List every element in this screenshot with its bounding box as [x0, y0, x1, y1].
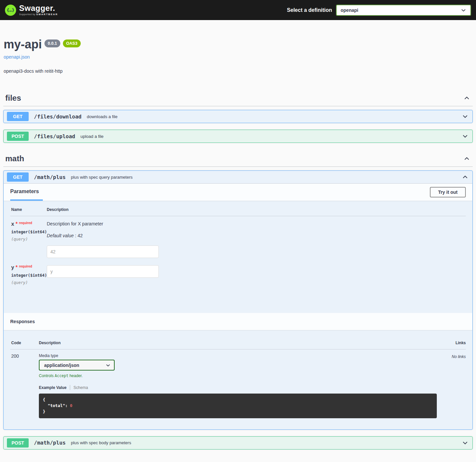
chevron-down-icon — [461, 7, 466, 13]
topbar: {…} Swagger. Supported by SMARTBEAR Sele… — [0, 0, 476, 20]
version-badge: 0.0.1 — [44, 39, 60, 47]
parameters-header-band: Parameters Try it out — [4, 184, 472, 201]
tab-example-value[interactable]: Example Value — [39, 385, 67, 390]
accept-header-message: Controls Accept header. — [39, 373, 437, 378]
json-key: "total": — [48, 403, 68, 408]
op-path: /files/upload — [32, 133, 77, 140]
page-title: my-api — [4, 37, 42, 51]
param-y-input[interactable] — [47, 265, 159, 278]
accept-msg-text: Controls — [39, 373, 55, 378]
json-line: "total":0 — [43, 403, 433, 409]
default-value: : 42 — [75, 233, 83, 238]
expand-operation-button[interactable] — [461, 439, 469, 447]
responses-heading: Responses — [10, 319, 35, 324]
brand-supported-by: Supported by SMARTBEAR — [19, 13, 58, 16]
collapse-section-button[interactable] — [463, 155, 471, 163]
param-row-x: x *required integer($int64) (query) Desc… — [10, 216, 466, 260]
op-summary-post-files-upload[interactable]: POST /files/upload upload a file — [4, 130, 472, 142]
param-type: integer($int64) — [11, 273, 47, 278]
chevron-down-icon — [105, 363, 111, 368]
response-code: 200 — [11, 353, 39, 418]
op-path: /math/plus — [32, 174, 68, 180]
chevron-up-icon — [463, 95, 470, 101]
media-type-select[interactable]: application/json — [39, 360, 115, 371]
opblock-post-math-plus: POST /math/plus plus with spec body para… — [3, 436, 473, 449]
example-json-block: { "total":0 } — [39, 394, 437, 418]
expand-operation-button[interactable] — [461, 132, 469, 140]
title-badges: 0.0.1 OAS3 — [44, 39, 81, 47]
op-summary-text: upload a file — [80, 134, 458, 139]
param-name: x *required — [11, 221, 47, 227]
json-line: } — [43, 409, 433, 415]
op-summary-get-files-download[interactable]: GET /files/download downloads a file — [4, 110, 472, 123]
tab-schema[interactable]: Schema — [73, 385, 88, 390]
main-content: my-api 0.0.1 OAS3 openapi.json openapi3-… — [0, 37, 476, 449]
accept-msg-code: Accept — [55, 373, 69, 378]
tag-section-math[interactable]: math — [3, 152, 473, 167]
required-asterisk: * — [15, 221, 17, 227]
spec-url-link[interactable]: openapi.json — [4, 54, 30, 60]
swagger-brand[interactable]: {…} Swagger. Supported by SMARTBEAR — [5, 4, 58, 16]
links-column-header: Links — [437, 341, 466, 345]
swagger-logo-icon: {…} — [5, 5, 16, 16]
name-column-header: Name — [11, 207, 47, 212]
description-column-header: Description — [39, 341, 437, 345]
tag-section-files[interactable]: files — [3, 91, 473, 106]
param-description-cell — [47, 265, 466, 285]
collapse-operation-button[interactable] — [461, 173, 469, 181]
response-links: No links — [437, 353, 466, 418]
media-type-value: application/json — [44, 363, 79, 368]
json-line: { — [43, 397, 433, 403]
param-name: y *required — [11, 265, 47, 270]
select-definition-label: Select a definition — [287, 7, 332, 13]
param-default-line: Default value : 42 — [47, 233, 466, 238]
chevron-up-icon — [462, 174, 468, 180]
parameters-table-header: Name Description — [10, 207, 466, 216]
op-summary-post-math-plus[interactable]: POST /math/plus plus with spec body para… — [4, 437, 472, 449]
method-badge: POST — [7, 132, 29, 141]
definition-select[interactable]: openapi — [336, 5, 471, 16]
op-summary-get-math-plus[interactable]: GET /math/plus plus with spec query para… — [4, 171, 472, 184]
brand-text: Swagger. Supported by SMARTBEAR — [19, 4, 58, 16]
media-type-label: Media type — [39, 353, 437, 358]
chevron-down-icon — [462, 133, 468, 140]
topbar-right: Select a definition openapi — [287, 5, 471, 16]
api-info: my-api 0.0.1 OAS3 openapi.json openapi3-… — [3, 37, 473, 74]
json-value: 0 — [70, 403, 72, 408]
parameters-body: Name Description x *required integer($in… — [4, 201, 472, 313]
param-type: integer($int64) — [11, 230, 47, 234]
param-name-text: y — [11, 265, 14, 270]
required-label: required — [19, 221, 32, 225]
oas3-badge: OAS3 — [63, 39, 81, 47]
chevron-down-icon — [462, 440, 468, 446]
method-badge: GET — [7, 112, 29, 121]
method-badge: POST — [7, 438, 29, 448]
response-description-cell: Media type application/json Controls Acc… — [39, 353, 437, 418]
smartbear-label: SMARTBEAR — [36, 13, 58, 16]
param-x-input[interactable] — [47, 245, 159, 258]
required-asterisk: * — [15, 265, 17, 270]
param-description: Description for X parameter — [47, 221, 466, 226]
param-location: (query) — [11, 280, 47, 285]
op-summary-text: plus with spec body parameters — [71, 440, 458, 445]
try-it-out-button[interactable]: Try it out — [430, 187, 466, 197]
accept-msg-text: header. — [69, 373, 83, 378]
op-summary-text: downloads a file — [87, 114, 458, 119]
tab-parameters[interactable]: Parameters — [10, 184, 43, 201]
responses-header-band: Responses — [4, 313, 472, 330]
param-row-y: y *required integer($int64) (query) — [10, 260, 466, 287]
method-badge: GET — [7, 172, 29, 182]
model-example-tabs: Example Value Schema — [39, 385, 437, 390]
opblock-get-files-download: GET /files/download downloads a file — [3, 110, 473, 123]
brand-name: Swagger. — [19, 4, 58, 12]
responses-table-header: Code Description Links — [10, 337, 466, 349]
expand-operation-button[interactable] — [461, 113, 469, 120]
collapse-section-button[interactable] — [463, 94, 471, 102]
opblock-post-files-upload: POST /files/upload upload a file — [3, 130, 473, 143]
default-value-label: Default value — [47, 233, 74, 238]
required-label: required — [19, 265, 32, 268]
api-title-row: my-api 0.0.1 OAS3 — [4, 37, 473, 51]
code-column-header: Code — [11, 341, 39, 345]
responses-body: Code Description Links 200 Media type ap… — [4, 330, 472, 429]
definition-select-value: openapi — [341, 8, 358, 13]
